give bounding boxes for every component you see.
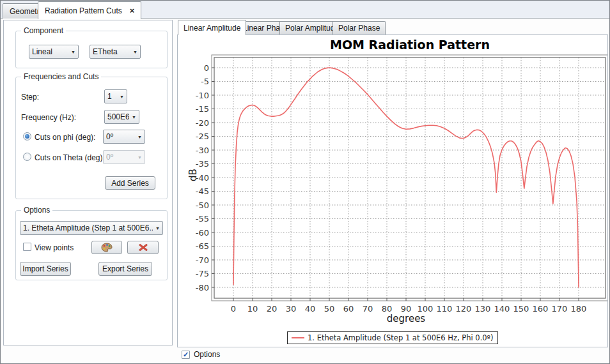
chevron-down-icon: ▼ — [120, 95, 124, 99]
export-series-button[interactable]: Export Series — [98, 262, 152, 276]
svg-text:-30: -30 — [196, 146, 209, 155]
svg-text:-80: -80 — [196, 283, 209, 292]
chart-legend: 1. Etheta Amplitude (Step 1 at 500E6 Hz,… — [287, 331, 498, 344]
svg-text:90: 90 — [401, 304, 412, 314]
frequency-combobox[interactable]: 500E6 ▼ — [104, 110, 139, 124]
export-series-label: Export Series — [102, 264, 148, 273]
component-group: Component Lineal ▼ ETheta ▼ — [15, 31, 168, 68]
add-series-label: Add Series — [111, 179, 149, 188]
component-field-combobox[interactable]: ETheta ▼ — [90, 45, 141, 59]
svg-text:100: 100 — [418, 304, 434, 314]
options-checkbox[interactable]: ✓ — [182, 351, 190, 359]
chart-panel: MOM Radiation Pattern 010203040506070809… — [177, 34, 608, 347]
svg-text:0: 0 — [204, 63, 209, 73]
chevron-down-icon: ▼ — [71, 50, 75, 54]
svg-text:-10: -10 — [196, 91, 209, 100]
svg-text:30: 30 — [286, 304, 297, 314]
svg-text:150: 150 — [513, 304, 529, 314]
svg-text:170: 170 — [552, 304, 568, 314]
series-color-button[interactable] — [91, 241, 122, 254]
cuts-on-phi-combobox[interactable]: 0º ▼ — [103, 130, 145, 144]
palette-icon — [101, 243, 113, 252]
svg-text:140: 140 — [494, 304, 510, 314]
main-tabstrip: Geometry Radiation Pattern Cuts × — [1, 1, 609, 19]
options-toggle-row: ✓ Options — [182, 350, 220, 359]
options-group: Options 1. Etheta Amplitude (Step 1 at 5… — [15, 210, 168, 280]
view-points-label: View points — [35, 243, 74, 252]
import-series-button[interactable]: Import Series — [20, 262, 71, 276]
plot-area: 0102030405060708090100110120130140150160… — [178, 35, 607, 347]
svg-text:20: 20 — [267, 304, 278, 314]
delete-series-button[interactable] — [127, 241, 159, 254]
svg-text:110: 110 — [437, 304, 453, 314]
frequencies-cuts-group: Frequencies and Cuts Step: 1 ▼ Frequency… — [15, 77, 168, 199]
svg-text:-70: -70 — [196, 255, 209, 265]
tab-linear-amplitude-label: Linear Amplitude — [184, 24, 240, 33]
component-type-combobox[interactable]: Lineal ▼ — [29, 45, 79, 59]
options-checkbox-label: Options — [194, 350, 220, 359]
legend-entry-label: 1. Etheta Amplitude (Step 1 at 500E6 Hz,… — [308, 333, 494, 342]
chevron-down-icon: ▼ — [133, 50, 137, 54]
svg-text:60: 60 — [343, 304, 354, 314]
cuts-on-phi-radio[interactable] — [23, 132, 31, 140]
svg-text:70: 70 — [363, 304, 373, 314]
component-field-value: ETheta — [93, 47, 130, 56]
svg-text:80: 80 — [382, 304, 393, 314]
delete-x-icon — [139, 243, 148, 252]
app-window: Geometry Radiation Pattern Cuts × Compon… — [0, 0, 610, 364]
cuts-on-theta-value: 0º — [106, 153, 135, 162]
series-select-value: 1. Etheta Amplitude (Step 1 at 500E6... — [23, 224, 153, 232]
tab-radiation-pattern-cuts[interactable]: Radiation Pattern Cuts × — [38, 1, 141, 19]
svg-text:-60: -60 — [196, 228, 209, 238]
svg-text:130: 130 — [475, 304, 491, 314]
svg-text:160: 160 — [533, 304, 549, 314]
component-group-title: Component — [21, 26, 66, 35]
tab-polar-amplitude-label: Polar Amplitude — [285, 24, 339, 33]
series-select-combobox[interactable]: 1. Etheta Amplitude (Step 1 at 500E6... … — [20, 221, 163, 235]
cuts-on-phi-label: Cuts on phi (deg): — [35, 133, 95, 142]
add-series-button[interactable]: Add Series — [105, 176, 155, 190]
cuts-on-theta-label: Cuts on Theta (deg): — [35, 153, 105, 162]
svg-text:-55: -55 — [196, 214, 209, 224]
legend-line-sample — [292, 337, 304, 338]
svg-text:-50: -50 — [196, 201, 209, 210]
chevron-down-icon: ▼ — [132, 115, 136, 119]
svg-text:-25: -25 — [196, 132, 209, 141]
svg-text:120: 120 — [456, 304, 472, 314]
step-label: Step: — [21, 93, 39, 102]
tab-radiation-label: Radiation Pattern Cuts — [45, 6, 122, 15]
import-series-label: Import Series — [22, 264, 68, 273]
check-icon: ✓ — [183, 351, 189, 359]
frequency-value: 500E6 — [107, 112, 129, 121]
cuts-on-phi-value: 0º — [106, 132, 135, 141]
svg-text:-45: -45 — [196, 186, 209, 196]
cuts-on-theta-radio[interactable] — [23, 153, 31, 161]
tab-polar-phase[interactable]: Polar Phase — [332, 21, 386, 34]
svg-text:-75: -75 — [196, 269, 209, 278]
svg-text:-65: -65 — [196, 241, 209, 251]
svg-text:180: 180 — [571, 304, 587, 314]
cuts-on-theta-combobox: 0º ▼ — [103, 150, 145, 164]
options-group-title: Options — [21, 206, 52, 215]
svg-text:-5: -5 — [201, 77, 209, 86]
svg-text:-35: -35 — [196, 159, 209, 169]
controls-panel: Component Lineal ▼ ETheta ▼ Frequencies … — [3, 20, 173, 345]
frequencies-cuts-group-title: Frequencies and Cuts — [21, 72, 101, 81]
tab-linear-amplitude[interactable]: Linear Amplitude — [178, 20, 246, 35]
y-axis-title: dB — [187, 169, 199, 181]
step-combobox[interactable]: 1 ▼ — [104, 89, 127, 103]
svg-text:10: 10 — [247, 304, 258, 314]
tab-polar-phase-label: Polar Phase — [338, 24, 380, 33]
svg-text:-20: -20 — [196, 118, 209, 128]
x-axis-title: degrees — [233, 313, 579, 324]
chevron-down-icon: ▼ — [155, 226, 160, 231]
svg-text:50: 50 — [324, 304, 335, 314]
chevron-down-icon: ▼ — [137, 135, 142, 139]
frequency-label: Frequency (Hz): — [21, 113, 76, 122]
svg-text:40: 40 — [305, 304, 316, 314]
svg-text:0: 0 — [231, 304, 236, 314]
chevron-down-icon: ▼ — [137, 155, 142, 160]
view-points-checkbox[interactable] — [23, 243, 31, 251]
close-tab-icon[interactable]: × — [130, 6, 135, 15]
svg-text:-15: -15 — [196, 104, 209, 114]
